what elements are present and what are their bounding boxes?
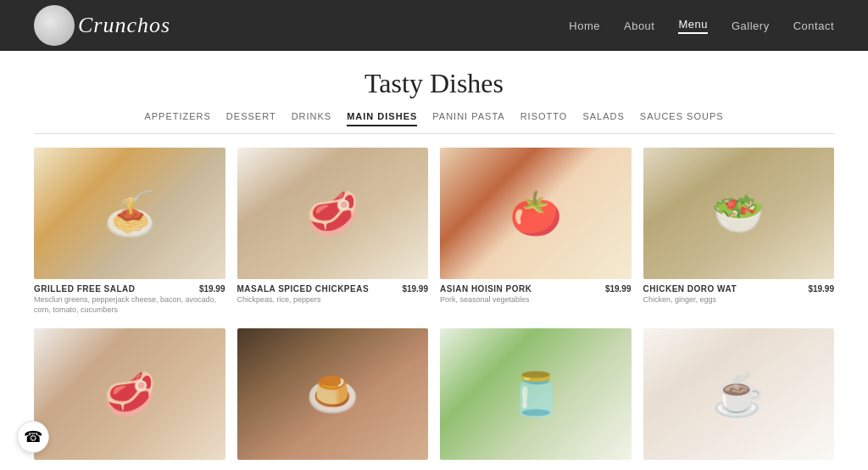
dish-price-3: $19.99 <box>605 284 632 294</box>
dish-image-8 <box>643 328 835 460</box>
category-tab-appetizers[interactable]: APPETIZERS <box>144 111 210 126</box>
category-tab-risotto[interactable]: RISOTTO <box>520 111 568 126</box>
dish-card-4[interactable]: CHICKEN DORO WAT$19.99Chicken, ginger, e… <box>643 148 835 316</box>
dish-info-1: GRILLED FREE SALAD$19.99Mesclun greens, … <box>34 279 225 316</box>
dish-info-7 <box>440 460 632 467</box>
dish-info-8 <box>643 460 835 467</box>
dish-image-6 <box>237 328 429 460</box>
category-tab-sauces-soups[interactable]: SAUCES SOUPS <box>640 111 724 126</box>
dish-image-2 <box>237 148 429 279</box>
dish-name-3: ASIAN HOISIN PORK <box>440 284 532 294</box>
dish-description-4: Chicken, ginger, eggs <box>643 295 835 305</box>
page-title: Tasty Dishes <box>34 68 834 99</box>
dish-card-2[interactable]: MASALA SPICED CHICKPEAS$19.99Chickpeas, … <box>237 148 429 316</box>
dish-description-1: Mesclun greens, pepperjack cheese, bacon… <box>34 295 225 315</box>
logo-area: Crunchos <box>34 5 170 46</box>
dish-description-3: Pork, seasonal vegetables <box>440 295 632 305</box>
category-tab-salads[interactable]: SALADS <box>582 111 624 126</box>
dish-card-5[interactable] <box>34 328 225 467</box>
dish-name-1: GRILLED FREE SALAD <box>34 284 136 294</box>
dish-image-7 <box>440 328 632 460</box>
dish-info-5 <box>34 460 225 467</box>
dish-card-6[interactable] <box>237 328 429 467</box>
category-tab-main-dishes[interactable]: MAIN DISHES <box>347 111 417 126</box>
dish-image-4 <box>643 148 835 279</box>
nav-item-home[interactable]: Home <box>569 20 600 32</box>
dish-price-2: $19.99 <box>402 284 428 294</box>
dish-image-5 <box>34 328 225 460</box>
dish-price-4: $19.99 <box>808 284 834 294</box>
dish-card-8[interactable] <box>643 328 835 467</box>
phone-button[interactable]: ☎ <box>17 421 49 453</box>
phone-icon: ☎ <box>24 428 42 446</box>
dish-card-7[interactable] <box>440 328 632 467</box>
nav-item-menu[interactable]: Menu <box>678 18 708 34</box>
category-tabs: APPETIZERSDESSERTDRINKSMAIN DISHESPANINI… <box>34 111 834 134</box>
category-tab-dessert[interactable]: DESSERT <box>226 111 276 126</box>
dish-card-1[interactable]: GRILLED FREE SALAD$19.99Mesclun greens, … <box>34 148 225 316</box>
logo-text: Crunchos <box>78 13 170 38</box>
dish-image-3 <box>440 148 632 279</box>
dish-description-2: Chickpeas, rice, peppers <box>237 295 429 305</box>
dish-info-6 <box>237 460 429 467</box>
nav-item-gallery[interactable]: Gallery <box>732 20 770 32</box>
category-tab-panini-pasta[interactable]: PANINI PASTA <box>432 111 504 126</box>
dish-image-1 <box>34 148 225 279</box>
nav-item-about[interactable]: About <box>624 20 654 32</box>
nav-item-contact[interactable]: Contact <box>793 20 834 32</box>
dish-name-4: CHICKEN DORO WAT <box>643 284 737 294</box>
navigation: HomeAboutMenuGalleryContact <box>569 18 834 34</box>
dish-info-3: ASIAN HOISIN PORK$19.99Pork, seasonal ve… <box>440 279 632 307</box>
dish-name-2: MASALA SPICED CHICKPEAS <box>237 284 370 294</box>
logo-circle <box>34 5 75 46</box>
header: Crunchos HomeAboutMenuGalleryContact <box>0 0 868 51</box>
dish-price-1: $19.99 <box>199 284 225 294</box>
dish-grid: GRILLED FREE SALAD$19.99Mesclun greens, … <box>34 148 834 467</box>
category-tab-drinks[interactable]: DRINKS <box>292 111 332 126</box>
dish-card-3[interactable]: ASIAN HOISIN PORK$19.99Pork, seasonal ve… <box>440 148 632 316</box>
main-content: Tasty Dishes APPETIZERSDESSERTDRINKSMAIN… <box>0 51 868 470</box>
dish-info-4: CHICKEN DORO WAT$19.99Chicken, ginger, e… <box>643 279 835 307</box>
dish-info-2: MASALA SPICED CHICKPEAS$19.99Chickpeas, … <box>237 279 429 307</box>
